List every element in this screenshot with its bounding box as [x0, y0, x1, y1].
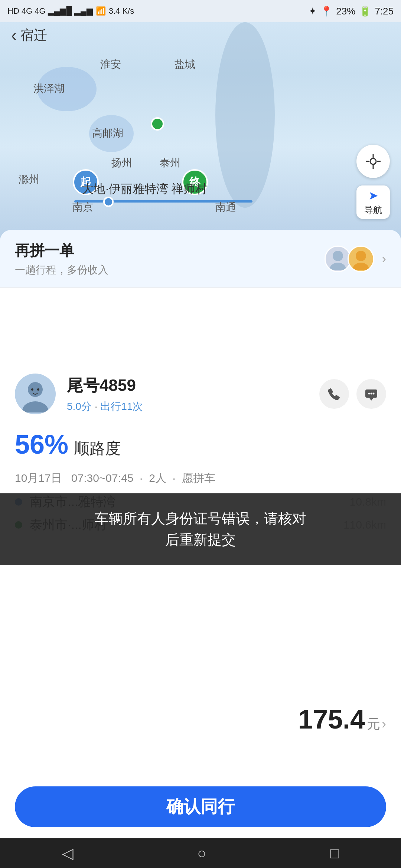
speed-label: 3.4 K/s — [109, 6, 134, 16]
status-bar: HD 4G 4G ▂▄▆█ ▂▄▆ 📶 3.4 K/s ✦ 📍 23% 🔋 7:… — [0, 0, 401, 22]
phone-icon — [327, 387, 342, 401]
nav-back-button[interactable]: ◁ — [62, 845, 74, 862]
map-label-yancheng: 盐城 — [175, 57, 195, 72]
driver-details: 尾号4859 5.0分 · 出行11次 — [67, 375, 319, 414]
trip-time: 10月17日 07:30~07:45 · 2人 · 愿拼车 — [15, 471, 386, 486]
trip-type: 愿拼车 — [182, 472, 215, 484]
svg-point-18 — [368, 393, 370, 395]
route-label: 大地·伊丽雅特湾 禅师村 — [82, 181, 207, 197]
bottom-nav: ◁ ○ □ — [0, 838, 401, 868]
svg-point-14 — [31, 388, 33, 391]
trip-date: 10月17日 — [15, 472, 62, 484]
carpool-subtitle: 一趟行程，多份收入 — [15, 263, 108, 277]
error-toast: 车辆所有人身份证号错误，请核对后重新提交 — [0, 493, 401, 565]
driver-plate: 尾号4859 — [67, 375, 319, 397]
price-area: 175.4 元 › — [298, 704, 386, 734]
carpool-title: 再拼一单 — [15, 240, 108, 261]
nav-home-button[interactable]: ○ — [197, 845, 206, 862]
battery-icon: 🔋 — [359, 6, 371, 17]
svg-point-6 — [330, 263, 346, 270]
call-button[interactable] — [319, 379, 349, 409]
chat-icon — [364, 387, 379, 401]
navigate-button[interactable]: ➤ 导航 — [356, 185, 390, 219]
driver-trips-count: 11 — [121, 401, 133, 412]
confirm-button[interactable]: 确认同行 — [15, 786, 386, 827]
carpool-banner[interactable]: 再拼一单 一趟行程，多份收入 › — [0, 230, 401, 288]
carpool-text: 再拼一单 一趟行程，多份收入 — [15, 240, 108, 277]
message-button[interactable] — [356, 379, 386, 409]
trip-passengers: 2人 — [149, 472, 166, 484]
location-icon: 📍 — [320, 6, 332, 17]
sea-area — [215, 22, 275, 208]
bottom-panel: 再拼一单 一趟行程，多份收入 › 车辆所有人身份证号错误，请核对后重新提交 — [0, 230, 401, 838]
match-section: 56% 顺路度 — [0, 422, 401, 463]
driver-trips-suffix: 次 — [133, 401, 143, 412]
map-label-hongze: 洪泽湖 — [33, 82, 65, 96]
svg-marker-17 — [369, 398, 374, 401]
status-left: HD 4G 4G ▂▄▆█ ▂▄▆ 📶 3.4 K/s — [7, 6, 134, 16]
map-label-chuzhou: 滁州 — [19, 172, 39, 187]
driver-stats: 5.0分 · 出行11次 — [67, 400, 319, 414]
driver-rating: 5.0分 — [67, 401, 92, 412]
map-label-taizhou: 泰州 — [160, 156, 180, 170]
location-button[interactable] — [356, 145, 390, 178]
match-label: 顺路度 — [74, 440, 121, 457]
bluetooth-icon: ✦ — [309, 6, 317, 17]
svg-point-19 — [371, 393, 372, 395]
svg-point-20 — [373, 393, 375, 395]
map-label-nanjing: 南京 — [72, 200, 93, 214]
avatar-2 — [348, 246, 374, 272]
price-value: 175.4 — [298, 704, 365, 734]
map-label-yangzhou: 扬州 — [111, 156, 132, 170]
signal-icon: HD 4G 4G ▂▄▆█ ▂▄▆ — [7, 6, 93, 16]
carpool-avatars: › — [325, 246, 386, 272]
map-label-huaian: 淮安 — [100, 57, 121, 72]
map-label-gaoyou: 高邮湖 — [92, 126, 123, 140]
back-button[interactable]: ‹ 宿迁 — [11, 26, 47, 45]
time-label: 7:25 — [375, 6, 394, 17]
svg-point-15 — [37, 388, 39, 391]
midpoint-marker — [151, 117, 164, 131]
banner-chevron: › — [382, 251, 386, 267]
navigate-icon: ➤ — [368, 188, 378, 203]
mid-marker — [103, 197, 114, 207]
driver-actions — [319, 379, 386, 409]
battery-label: 23% — [336, 6, 355, 17]
trip-time-range: 07:30~07:45 — [71, 472, 134, 484]
back-label: 宿迁 — [20, 26, 47, 45]
svg-point-8 — [353, 263, 369, 270]
navigate-label: 导航 — [364, 204, 382, 216]
status-right: ✦ 📍 23% 🔋 7:25 — [309, 6, 394, 17]
price-unit: 元 — [367, 716, 380, 731]
map-area: ‹ 宿迁 淮安 盐城 洪泽湖 高邮湖 滁州 扬州 泰州 南京 南通 起 终 大地… — [0, 0, 401, 245]
nav-recent-button[interactable]: □ — [330, 845, 339, 862]
price-chevron: › — [382, 716, 386, 731]
error-toast-text: 车辆所有人身份证号错误，请核对后重新提交 — [22, 508, 379, 550]
driver-info: 尾号4859 5.0分 · 出行11次 — [0, 362, 401, 422]
back-icon: ‹ — [11, 26, 17, 45]
confirm-label: 确认同行 — [166, 795, 235, 818]
svg-point-5 — [333, 251, 343, 261]
match-percentage: 56% — [15, 430, 68, 459]
map-label-nantong: 南通 — [215, 200, 236, 214]
svg-point-7 — [356, 251, 366, 261]
crosshair-icon — [365, 153, 381, 170]
wifi-icon: 📶 — [96, 6, 106, 16]
svg-point-0 — [370, 158, 376, 164]
driver-avatar — [15, 374, 56, 414]
driver-trips-prefix: 出行 — [100, 401, 121, 412]
